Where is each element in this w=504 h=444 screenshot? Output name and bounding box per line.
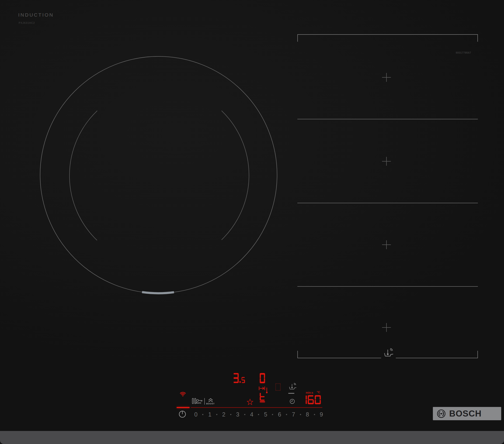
- level-5[interactable]: 5: [264, 412, 267, 417]
- level-7[interactable]: 7: [292, 412, 295, 417]
- seven-seg-digit: [242, 377, 245, 383]
- flex-zone-top-bracket: [297, 34, 478, 42]
- temperature-unit-label: °C: [317, 390, 320, 394]
- level-8[interactable]: 8: [306, 412, 309, 417]
- wifi-icon[interactable]: [178, 389, 187, 397]
- zone-inner-arc-right: [222, 111, 249, 240]
- zone-plus-icon[interactable]: [382, 157, 391, 166]
- heat-level-line-icon: [288, 393, 294, 394]
- level-9[interactable]: 9: [320, 412, 323, 417]
- model-number-label: PXJ631HC2: [19, 21, 35, 24]
- slider-active-segment: [177, 407, 190, 408]
- level-separator-dot: [244, 414, 245, 415]
- zone-plus-icon[interactable]: [382, 323, 391, 332]
- bosch-logo-icon: [437, 409, 446, 418]
- control-divider: [204, 398, 205, 405]
- level-separator-dot: [286, 414, 287, 415]
- level-1[interactable]: 1: [208, 412, 212, 417]
- induction-cooktop: INDUCTION PXJ631HC2 9001778567: [0, 0, 504, 444]
- brand-logo-text: BOSCH: [449, 409, 482, 419]
- pan-transfer-icon: [258, 386, 270, 395]
- seven-seg-digit: [301, 395, 307, 404]
- zone-plus-icon[interactable]: [382, 73, 391, 82]
- left-cooking-zone: [34, 50, 283, 300]
- level-separator-dot: [314, 414, 315, 415]
- warming-frame-icon: [275, 383, 281, 391]
- zone-value-display: [260, 373, 265, 383]
- timer-unit-label: min:s: [306, 391, 313, 394]
- power-level-display: [233, 373, 245, 383]
- pan-position-marker: [142, 292, 174, 293]
- boost-label: BOOST: [206, 402, 215, 405]
- favorite-star-icon[interactable]: [247, 399, 253, 405]
- slider-track: [191, 407, 322, 408]
- product-type-label: INDUCTION: [18, 12, 54, 18]
- fry-sensor-icon: [381, 347, 395, 358]
- flex-zone-divider: [297, 203, 478, 203]
- level-separator-dot: [230, 414, 231, 415]
- flex-zone-bottom-bracket-left: [297, 351, 381, 358]
- level-separator-dot: [258, 414, 259, 415]
- fry-sensor-icon: [288, 382, 297, 391]
- lock-delay-label: 4sec: [196, 402, 201, 404]
- level-6[interactable]: 6: [278, 412, 281, 417]
- seven-seg-digit: [308, 395, 314, 404]
- level-separator-dot: [202, 414, 203, 415]
- seven-seg-digit: [260, 373, 265, 383]
- zone-inner-arc-left: [70, 111, 97, 240]
- timer-clock-icon[interactable]: [289, 399, 295, 404]
- level-2[interactable]: 2: [222, 412, 226, 417]
- boost-chevrons-icon[interactable]: [208, 398, 213, 403]
- level-separator-dot: [300, 414, 301, 415]
- power-icon[interactable]: [178, 410, 187, 418]
- seven-seg-digit: [315, 395, 321, 404]
- flex-zone-bottom-bracket-right: [396, 351, 478, 358]
- part-number-label: 9001778567: [456, 51, 471, 54]
- zone-outer-ring: [40, 56, 277, 293]
- level-slider[interactable]: 0123456789: [194, 410, 323, 419]
- brand-plate: BOSCH: [433, 407, 501, 420]
- level-separator-dot: [272, 414, 273, 415]
- level-3[interactable]: 3: [236, 412, 239, 417]
- timer-display: [301, 395, 321, 404]
- level-0[interactable]: 0: [194, 412, 198, 417]
- level-4[interactable]: 4: [250, 412, 253, 417]
- seven-seg-digit: [233, 373, 239, 383]
- flex-zone-divider: [297, 119, 478, 119]
- mode-underline: [260, 401, 265, 402]
- front-edge-strip: [0, 431, 504, 444]
- flex-zone-divider: [297, 286, 478, 287]
- level-separator-dot: [216, 414, 217, 415]
- zone-plus-icon[interactable]: [382, 240, 391, 249]
- seven-seg-decimal-point: [239, 381, 241, 383]
